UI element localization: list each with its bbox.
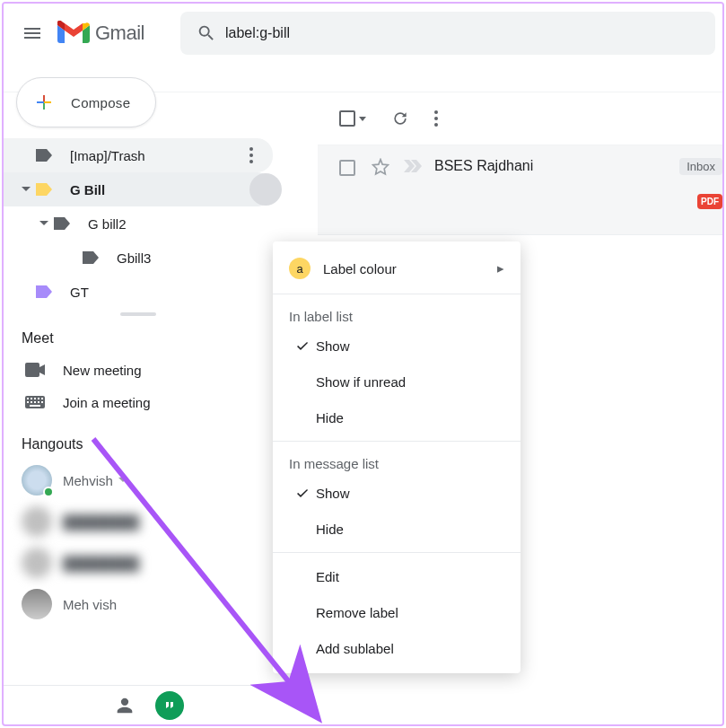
- sidebar: Compose [Imap]/Trash G Bill G bill2: [4, 61, 273, 625]
- label-icon: [81, 251, 101, 264]
- gmail-logo[interactable]: Gmail: [57, 21, 144, 46]
- header: Gmail label:g-bill: [4, 4, 722, 61]
- refresh-button[interactable]: [391, 110, 409, 127]
- sidebar-drag-handle[interactable]: [120, 312, 156, 316]
- menu-show[interactable]: Show: [273, 328, 520, 364]
- menu-section-label-list: In label list: [273, 300, 520, 328]
- importance-marker[interactable]: [404, 160, 422, 172]
- message-toolbar: [318, 92, 722, 145]
- svg-rect-4: [38, 398, 39, 399]
- svg-rect-3: [34, 398, 36, 399]
- label-context-menu: a Label colour ▸ In label list Show Show…: [273, 241, 520, 673]
- menu-edit[interactable]: Edit: [273, 558, 520, 594]
- chevron-down-icon: [118, 476, 127, 485]
- hamburger-icon: [22, 22, 43, 44]
- label-gbill3[interactable]: Gbill3: [4, 241, 273, 275]
- check-icon: [289, 338, 316, 353]
- svg-rect-5: [41, 398, 43, 399]
- menu-section-message-list: In message list: [273, 447, 520, 475]
- caret-down-icon: [22, 185, 31, 194]
- hangouts-icon: [155, 691, 184, 720]
- checkbox-icon: [339, 110, 355, 127]
- contact-meh-vish[interactable]: Meh vish: [4, 583, 273, 625]
- bottom-chat-bar: [4, 685, 273, 724]
- menu-hide-label-list[interactable]: Hide: [273, 399, 520, 435]
- compose-label: Compose: [71, 95, 130, 110]
- label-icon: [52, 217, 72, 230]
- importance-icon: [404, 160, 422, 172]
- avatar: [22, 465, 52, 496]
- gmail-m-icon: [57, 21, 90, 46]
- hangouts-section-title: Hangouts: [4, 425, 273, 460]
- avatar: [22, 589, 52, 619]
- menu-label-colour[interactable]: a Label colour ▸: [273, 249, 520, 288]
- email-checkbox[interactable]: [339, 160, 355, 176]
- menu-show-if-unread[interactable]: Show if unread: [273, 364, 520, 399]
- contact-blurred-2: ████████: [4, 542, 273, 583]
- label-icon: [34, 183, 54, 196]
- star-icon: [372, 158, 389, 176]
- label-gt[interactable]: GT: [4, 275, 273, 309]
- label-more-button-active[interactable]: [249, 173, 282, 206]
- menu-add-sublabel[interactable]: Add sublabel: [273, 630, 520, 666]
- select-all-checkbox[interactable]: [339, 110, 366, 127]
- label-list: [Imap]/Trash G Bill G bill2 Gbill3: [4, 138, 273, 309]
- message-pane: BSES Rajdhani Inbox PDF: [318, 92, 722, 235]
- search-icon: [197, 23, 216, 43]
- meet-section-title: Meet: [4, 320, 273, 354]
- keyboard-icon: [25, 396, 50, 408]
- join-meeting[interactable]: Join a meeting: [4, 386, 273, 418]
- svg-rect-11: [30, 405, 40, 407]
- svg-rect-7: [31, 401, 32, 403]
- compose-button[interactable]: Compose: [16, 77, 156, 127]
- avatar: [22, 506, 52, 537]
- caret-right-icon: [39, 219, 48, 228]
- dropdown-caret-icon: [359, 117, 366, 121]
- menu-remove-label[interactable]: Remove label: [273, 594, 520, 630]
- svg-rect-6: [27, 401, 29, 403]
- contacts-tab[interactable]: [102, 686, 147, 724]
- svg-rect-9: [38, 401, 39, 403]
- email-sender: BSES Rajdhani: [434, 158, 533, 174]
- more-actions-button[interactable]: [434, 110, 438, 127]
- star-button[interactable]: [372, 158, 389, 176]
- search-input-value: label:g-bill: [225, 25, 290, 41]
- check-icon: [289, 486, 316, 500]
- gmail-wordmark: Gmail: [95, 22, 144, 45]
- camera-icon: [25, 363, 50, 377]
- vertical-dots-icon: [434, 110, 438, 127]
- colour-swatch: a: [289, 258, 311, 279]
- label-more-button[interactable]: [235, 139, 267, 171]
- avatar: [22, 548, 52, 578]
- new-meeting[interactable]: New meeting: [4, 354, 273, 386]
- label-icon: [34, 285, 54, 298]
- label-icon: [34, 149, 54, 162]
- pdf-attachment-chip: PDF: [697, 194, 722, 209]
- refresh-icon: [391, 110, 409, 127]
- main-menu-button[interactable]: [11, 12, 54, 55]
- submenu-arrow-icon: ▸: [497, 260, 504, 276]
- plus-icon: [30, 88, 58, 117]
- svg-rect-10: [41, 401, 43, 403]
- svg-rect-8: [34, 401, 36, 403]
- contact-mehvish[interactable]: Mehvish: [4, 460, 273, 501]
- menu-hide-msg[interactable]: Hide: [273, 511, 520, 547]
- contact-blurred-1: ████████: [4, 501, 273, 542]
- label-g-bill2[interactable]: G bill2: [4, 206, 273, 241]
- label-g-bill[interactable]: G Bill: [4, 172, 273, 206]
- svg-rect-2: [31, 398, 32, 399]
- person-icon: [116, 697, 134, 715]
- email-row[interactable]: BSES Rajdhani Inbox PDF: [318, 145, 722, 235]
- presence-dot: [43, 487, 54, 497]
- label-imap-trash[interactable]: [Imap]/Trash: [4, 138, 273, 172]
- inbox-tag: Inbox: [679, 158, 722, 175]
- menu-show-msg[interactable]: Show: [273, 475, 520, 511]
- svg-rect-1: [27, 398, 29, 399]
- hangouts-tab[interactable]: [147, 686, 192, 724]
- search-bar[interactable]: label:g-bill: [180, 12, 715, 55]
